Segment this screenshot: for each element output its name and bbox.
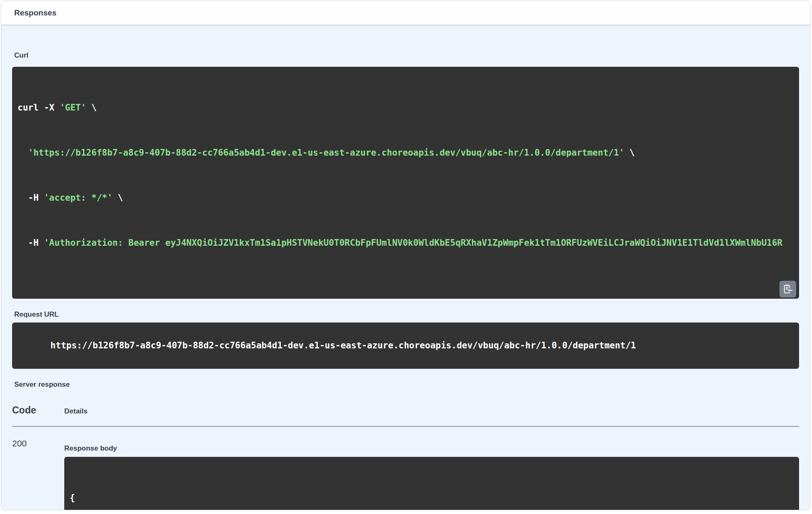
curl-auth-string: 'Authorization: Bearer eyJ4NXQiOiJZV1kxT… xyxy=(44,238,782,248)
json-text: { xyxy=(70,493,75,503)
details-column-header: Details xyxy=(64,407,799,416)
curl-string: 'GET' xyxy=(60,103,86,113)
curl-text: -H xyxy=(18,238,44,248)
curl-text xyxy=(18,148,28,158)
server-response-table-header: Code Details xyxy=(12,405,799,416)
request-url-value: https://b126f8b7-a8c9-407b-88d2-cc766a5a… xyxy=(50,340,636,350)
curl-text: curl -X xyxy=(18,103,60,113)
curl-command-block[interactable]: curl -X 'GET' \ 'https://b126f8b7-a8c9-4… xyxy=(12,67,799,299)
curl-text: \ xyxy=(86,103,96,113)
curl-line: -H 'accept: */*' \ xyxy=(18,190,794,205)
request-url-label: Request URL xyxy=(14,310,799,319)
server-response-label: Server response xyxy=(14,380,799,389)
responses-panel: Responses Curl curl -X 'GET' \ 'https://… xyxy=(1,0,810,510)
server-response-row: 200 Response body { "id": "1", "name": "… xyxy=(12,427,799,510)
responses-section-body: Curl curl -X 'GET' \ 'https://b126f8b7-a… xyxy=(1,51,810,510)
server-response-details: Response body { "id": "1", "name": "Fina… xyxy=(64,438,799,510)
code-column-header: Code xyxy=(12,405,64,416)
copy-curl-button[interactable] xyxy=(779,281,796,297)
response-body-block: { "id": "1", "name": "Finance" } xyxy=(64,457,799,510)
curl-text: -H xyxy=(18,193,44,203)
panel-title: Responses xyxy=(14,8,56,18)
curl-line: 'https://b126f8b7-a8c9-407b-88d2-cc766a5… xyxy=(18,145,794,160)
curl-string: 'accept: */*' xyxy=(44,193,112,203)
responses-section-header: Responses xyxy=(1,1,810,25)
response-body-label: Response body xyxy=(64,444,799,453)
curl-line: curl -X 'GET' \ xyxy=(18,100,794,115)
curl-line: -H 'Authorization: Bearer eyJ4NXQiOiJZV1… xyxy=(18,235,794,250)
request-url-block: https://b126f8b7-a8c9-407b-88d2-cc766a5a… xyxy=(12,323,799,369)
curl-label: Curl xyxy=(14,51,799,60)
status-code: 200 xyxy=(12,438,64,510)
curl-text: \ xyxy=(113,193,123,203)
copy-icon xyxy=(782,284,793,295)
curl-text: \ xyxy=(624,148,635,158)
curl-url-string: 'https://b126f8b7-a8c9-407b-88d2-cc766a5… xyxy=(28,148,624,158)
json-line: { xyxy=(70,490,794,505)
